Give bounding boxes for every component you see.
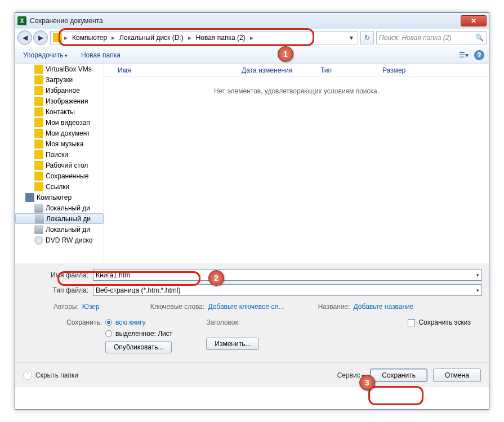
keywords-link[interactable]: Добавьте ключевое сл...: [208, 303, 284, 311]
sidebar-item[interactable]: Мои документ: [15, 128, 104, 138]
toolbar: Упорядочить Новая папка ☰▾ ?: [15, 47, 489, 64]
spec-icon: [34, 86, 43, 95]
spec-icon: [34, 150, 43, 159]
new-folder-button[interactable]: Новая папка: [78, 49, 124, 61]
filetype-select[interactable]: Веб-страница (*.htm;*.html): [93, 284, 482, 296]
save-form: Имя файла: Книга1.htm Тип файла: Веб-стр…: [15, 263, 489, 362]
folder-icon: [53, 33, 62, 42]
radio-selected-sheet-label[interactable]: выделенное: Лист: [115, 330, 172, 338]
authors-value[interactable]: Юзер: [82, 303, 100, 311]
spec-icon: [34, 172, 43, 181]
breadcrumb-item[interactable]: Новая папка (2): [194, 33, 248, 43]
sidebar-item[interactable]: Загрузки: [15, 74, 104, 85]
sidebar-item[interactable]: Локальный ди: [15, 213, 104, 224]
sidebar-item[interactable]: Локальный ди: [15, 224, 104, 235]
spec-icon: [34, 140, 43, 149]
sidebar-item[interactable]: Рабочий стол: [15, 160, 104, 170]
organize-button[interactable]: Упорядочить: [20, 49, 71, 61]
sidebar-item-label: Локальный ди: [46, 215, 91, 223]
nav-bar: ◀ ▶ ▸ Компьютер ▸ Локальный диск (D:) ▸ …: [15, 29, 489, 47]
chevron-right-icon: ▸: [63, 34, 69, 42]
search-placeholder: Поиск: Новая папка (2): [379, 34, 451, 42]
column-modified[interactable]: Дата изменения: [237, 66, 316, 74]
sidebar-item-label: Мои видеозап: [46, 119, 90, 127]
column-name[interactable]: Имя: [113, 66, 237, 74]
sidebar-item[interactable]: Поиски: [15, 149, 104, 160]
sidebar-item[interactable]: Сохраненные: [15, 170, 104, 181]
annotation-badge-1: 1: [278, 46, 293, 62]
save-thumbnail-checkbox[interactable]: [408, 319, 415, 326]
header-label: Заголовок:: [206, 318, 240, 326]
keywords-label: Ключевые слова:: [150, 303, 205, 311]
authors-label: Авторы:: [53, 303, 79, 311]
hide-folders-label: Скрыть папки: [35, 371, 78, 379]
dvd-icon: [34, 236, 43, 245]
help-icon[interactable]: ?: [474, 50, 484, 60]
radio-whole-book[interactable]: [105, 319, 112, 326]
save-button[interactable]: Сохранить: [370, 369, 427, 382]
drive-icon: [35, 214, 44, 223]
dialog-footer: ˄ Скрыть папки Сервис Сохранить Отмена: [15, 362, 489, 387]
excel-icon: X: [17, 16, 26, 25]
sidebar-item[interactable]: Изображения: [15, 96, 104, 106]
breadcrumb-item[interactable]: Локальный диск (D:): [117, 33, 186, 43]
save-dialog-window: X Сохранение документа ✕ ◀ ▶ ▸ Компьютер…: [15, 12, 489, 410]
filename-input[interactable]: Книга1.htm: [93, 269, 482, 281]
filename-label: Имя файла:: [22, 271, 88, 279]
back-button[interactable]: ◀: [17, 30, 32, 45]
sidebar-item-label: Локальный ди: [46, 204, 90, 212]
empty-folder-message: Нет элементов, удовлетворяющих условиям …: [104, 87, 489, 95]
sidebar-item[interactable]: Избранное: [15, 85, 104, 96]
view-options-button[interactable]: ☰▾: [457, 50, 470, 60]
radio-selected-sheet[interactable]: [105, 330, 112, 337]
sidebar-item-label: Мои документ: [46, 129, 90, 137]
sidebar-item[interactable]: Моя музыка: [15, 138, 104, 149]
search-input[interactable]: Поиск: Новая папка (2) 🔍: [376, 31, 487, 44]
sidebar-item-label: Сохраненные: [46, 172, 88, 180]
publish-button[interactable]: Опубликовать...: [105, 341, 172, 353]
file-pane: Имя Дата изменения Тип Размер Нет элемен…: [104, 64, 489, 263]
sidebar-item[interactable]: Контакты: [15, 106, 104, 117]
breadcrumb[interactable]: ▸ Компьютер ▸ Локальный диск (D:) ▸ Нова…: [50, 31, 358, 44]
sidebar-item[interactable]: Компьютер: [15, 192, 104, 203]
filename-value: Книга1.htm: [96, 271, 130, 279]
sidebar-item-label: Рабочий стол: [46, 161, 88, 169]
annotation-badge-3: 3: [359, 375, 375, 390]
change-title-button[interactable]: Изменить...: [206, 338, 259, 350]
filetype-value: Веб-страница (*.htm;*.html): [96, 286, 180, 294]
sidebar-item-label: DVD RW диско: [46, 236, 93, 244]
sidebar-item-label: VirtualBox VMs: [46, 65, 92, 73]
spec-icon: [34, 97, 43, 106]
refresh-button[interactable]: ↻: [360, 31, 374, 44]
hide-folders-button[interactable]: ˄ Скрыть папки: [23, 371, 78, 380]
column-type[interactable]: Тип: [316, 66, 378, 74]
column-size[interactable]: Размер: [378, 66, 410, 74]
sidebar-item[interactable]: Локальный ди: [15, 203, 104, 213]
sidebar-item[interactable]: Ссылки: [15, 181, 104, 192]
cancel-button[interactable]: Отмена: [433, 369, 481, 382]
spec-icon: [34, 182, 43, 191]
titlebar: X Сохранение документа ✕: [15, 13, 489, 29]
comp-icon: [25, 193, 34, 202]
sidebar-item[interactable]: DVD RW диско: [15, 235, 104, 245]
spec-icon: [34, 129, 43, 138]
close-button[interactable]: ✕: [461, 15, 487, 26]
sidebar-item[interactable]: VirtualBox VMs: [15, 64, 104, 74]
radio-whole-book-label[interactable]: всю книгу: [115, 318, 146, 326]
navigation-sidebar: VirtualBox VMsЗагрузкиИзбранноеИзображен…: [15, 64, 104, 263]
chevron-right-icon: ▸: [187, 34, 193, 42]
drive-icon: [34, 204, 43, 213]
sidebar-item-label: Ссылки: [46, 183, 69, 191]
sidebar-item-label: Локальный ди: [46, 226, 90, 234]
breadcrumb-item[interactable]: Компьютер: [70, 33, 109, 43]
chevron-right-icon: ▸: [249, 34, 255, 42]
breadcrumb-dropdown[interactable]: ▾: [347, 34, 355, 42]
forward-button[interactable]: ▶: [33, 30, 48, 45]
sidebar-item-label: Компьютер: [37, 194, 72, 201]
sidebar-item[interactable]: Мои видеозап: [15, 117, 104, 128]
title-link[interactable]: Добавьте название: [354, 303, 414, 311]
chevron-up-icon: ˄: [23, 371, 32, 380]
sidebar-item-label: Загрузки: [46, 76, 73, 84]
sidebar-item-label: Моя музыка: [46, 140, 83, 148]
save-thumbnail-label[interactable]: Сохранить эскиз: [418, 318, 471, 326]
